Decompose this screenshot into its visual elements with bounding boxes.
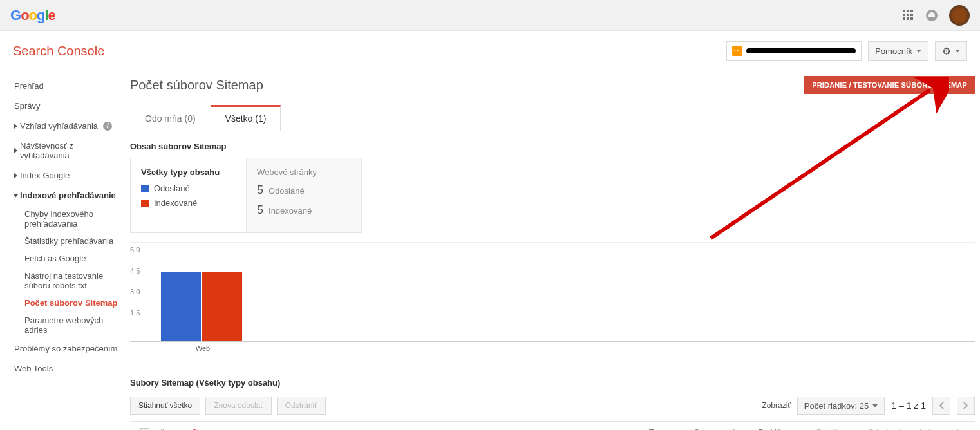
stat-label: Indexované [269, 206, 312, 216]
chevron-down-icon [955, 50, 960, 53]
summary-boxes: Všetky typy obsahu Odoslané Indexované W… [130, 158, 975, 233]
notifications-icon[interactable] [926, 10, 938, 21]
sidebar: Prehľad Správy Vzhľad vyhľadávania i Náv… [0, 71, 125, 430]
help-dropdown[interactable]: Pomocník [868, 41, 928, 61]
stat-value: 5 [257, 203, 263, 217]
legend-label: Indexované [154, 198, 197, 208]
pager-prev-button[interactable] [932, 397, 950, 415]
actions-row: Stiahnuť všetko Znova odoslať Odstrániť … [130, 397, 975, 415]
rows-label: Počet riadkov: 25 [804, 401, 869, 411]
stat-value: 5 [257, 183, 263, 197]
tab-all[interactable]: Všetko (1) [211, 105, 281, 131]
swatch-blue [141, 185, 149, 192]
pager-range: 1 – 1 z 1 [891, 400, 926, 411]
nav-sitemaps[interactable]: Počet súborov Sitemap [22, 294, 125, 312]
nav-crawl[interactable]: Indexové prehľadávanie [12, 185, 125, 205]
stat-label: Odoslané [269, 186, 305, 196]
nav-fetch-as-google[interactable]: Fetch as Google [22, 250, 125, 267]
stats-title: Webové stránky [257, 167, 351, 177]
page-title: Počet súborov Sitemap [130, 78, 263, 93]
nav-messages[interactable]: Správy [12, 96, 125, 116]
show-label: Zobraziť [762, 401, 791, 410]
chevron-down-icon [916, 50, 921, 53]
google-logo[interactable]: Google [10, 7, 55, 24]
nav-robots-tester[interactable]: Nástroj na testovanie súboru robots.txt [22, 267, 125, 294]
nav-crawl-errors[interactable]: Chyby indexového prehľadávania [22, 205, 125, 232]
main-content: Počet súborov Sitemap PRIDANIE / TESTOVA… [125, 71, 980, 430]
nav-security[interactable]: Problémy so zabezpečením [12, 339, 125, 359]
nav-label: Indexové prehľadávanie [20, 191, 116, 200]
gear-icon [942, 45, 951, 57]
legend-box: Všetky typy obsahu Odoslané Indexované [130, 158, 246, 233]
nav-url-params[interactable]: Parametre webových adries [22, 312, 125, 339]
nav-overview[interactable]: Prehľad [12, 76, 125, 96]
chevron-down-icon [872, 404, 878, 407]
tab-mine[interactable]: Odo mňa (0) [130, 105, 211, 131]
nav-label: Vzhľad vyhľadávania [20, 121, 98, 131]
stat-indexed: 5 Indexované [257, 203, 351, 217]
product-header: Search Console Pomocník [0, 31, 980, 71]
nav-label: Návštevnosť z vyhľadávania [20, 141, 122, 160]
info-icon[interactable]: i [103, 122, 112, 131]
nav-search-appearance[interactable]: Vzhľad vyhľadávania i [12, 116, 125, 136]
tabs: Odo mňa (0) Všetko (1) [130, 104, 975, 131]
chevron-right-icon [14, 173, 17, 178]
chevron-right-icon [14, 148, 17, 153]
account-avatar[interactable] [949, 5, 970, 26]
property-selector[interactable] [726, 41, 862, 61]
resubmit-button[interactable]: Znova odoslať [205, 397, 272, 415]
nav-crawl-stats[interactable]: Štatistiky prehľadávania [22, 232, 125, 250]
delete-button[interactable]: Odstrániť [277, 397, 326, 415]
table-header: # Sitemap Typ Spracované Problémy Položk… [130, 421, 975, 430]
swatch-red [141, 200, 149, 207]
chevron-right-icon [14, 124, 17, 129]
stats-box[interactable]: Webové stránky 5 Odoslané 5 Indexované [246, 158, 362, 233]
chevron-down-icon [14, 194, 19, 197]
legend-sent: Odoslané [141, 183, 236, 193]
content-section-title: Obsah súborov Sitemap [130, 142, 975, 151]
settings-dropdown[interactable] [935, 41, 967, 61]
chart: 1,53,04,56,0 Web [130, 242, 975, 352]
nav-web-tools[interactable]: Web Tools [12, 359, 125, 379]
legend-title: Všetky typy obsahu [141, 167, 236, 177]
nav-search-traffic[interactable]: Návštevnosť z vyhľadávania [12, 136, 125, 165]
property-favicon [732, 46, 742, 56]
google-top-bar: Google [0, 0, 980, 31]
property-url-redacted [746, 48, 856, 53]
download-all-button[interactable]: Stiahnuť všetko [130, 397, 200, 415]
pager-next-button[interactable] [957, 397, 975, 415]
nav-label: Index Google [20, 171, 70, 180]
stat-sent: 5 Odoslané [257, 183, 351, 197]
files-section-title: Súbory Sitemap (Všetky typy obsahu) [130, 378, 975, 388]
help-label: Pomocník [875, 46, 912, 56]
apps-icon[interactable] [903, 10, 914, 21]
product-title: Search Console [13, 44, 104, 59]
legend-label: Odoslané [154, 183, 190, 193]
rows-per-page-select[interactable]: Počet riadkov: 25 [797, 397, 885, 415]
legend-indexed: Indexované [141, 198, 236, 208]
chart-xlabel: Web [161, 344, 245, 352]
add-test-sitemap-button[interactable]: PRIDANIE / TESTOVANIE SÚBORU SITEMAP [804, 76, 975, 94]
nav-google-index[interactable]: Index Google [12, 165, 125, 185]
